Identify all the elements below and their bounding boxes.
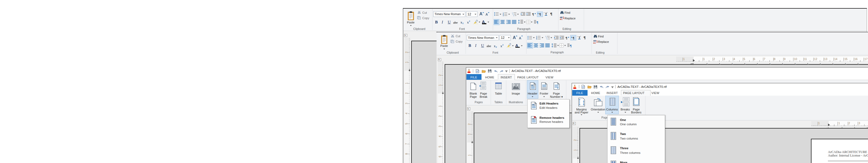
- svg-text:3: 3: [513, 15, 514, 16]
- svg-text:T: T: [545, 12, 547, 16]
- svg-text:¶: ¶: [539, 12, 541, 16]
- svg-text:¶: ¶: [584, 35, 586, 39]
- svg-text:3: 3: [536, 38, 537, 39]
- svg-text:3: 3: [503, 15, 504, 16]
- svg-text:¶: ¶: [532, 12, 534, 16]
- svg-text:“: “: [577, 36, 578, 38]
- svg-text:“: “: [544, 12, 545, 14]
- svg-text:¶: ¶: [565, 36, 567, 39]
- svg-text:3: 3: [547, 38, 548, 39]
- svg-text:¶: ¶: [570, 44, 572, 48]
- svg-text:#: #: [557, 87, 558, 89]
- svg-text:¶: ¶: [550, 12, 552, 16]
- svg-text:¶: ¶: [536, 20, 538, 24]
- svg-text:T: T: [579, 36, 580, 39]
- svg-text:¶: ¶: [572, 36, 575, 39]
